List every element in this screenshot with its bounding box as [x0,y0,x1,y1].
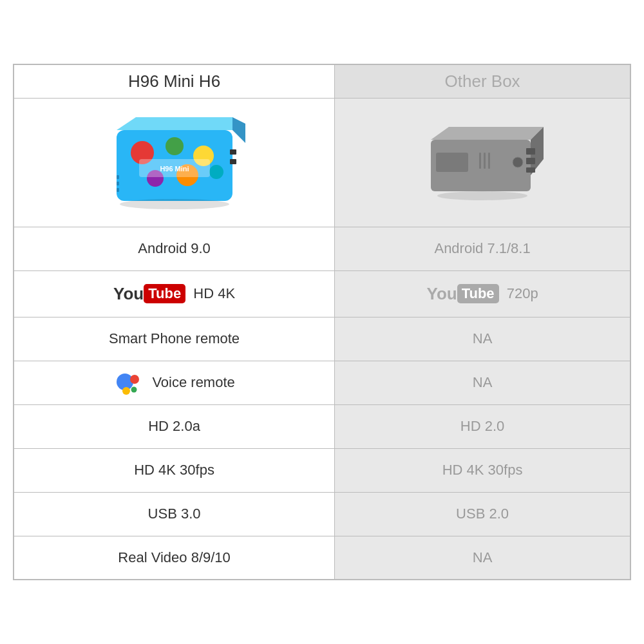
row-left-7: USB 3.0 [14,492,335,536]
svg-rect-26 [484,153,486,169]
svg-marker-2 [232,117,245,143]
row-right-5: HD 2.0 [335,404,630,448]
h96-image-cell: H96 Mini [14,98,335,227]
other-image-cell [335,98,630,227]
row-left-1: Android 9.0 [14,227,335,270]
row-left-3: Smart Phone remote [14,317,335,361]
yt-you-right: You [426,284,457,304]
youtube-badge-right: YouTube [426,284,498,304]
youtube-h96-cell: YouTube HD 4K [14,270,335,317]
yt-you-left: You [113,284,144,304]
svg-point-24 [513,157,523,167]
svg-rect-15 [230,159,236,164]
youtube-badge-left: YouTube [113,284,185,304]
yt-resolution-left: HD 4K [193,285,235,301]
row-left-8: Real Video 8/9/10 [14,536,335,580]
google-assistant-icon [113,370,147,395]
svg-point-32 [131,387,137,393]
voice-remote-other-cell: NA [335,361,630,404]
svg-rect-13 [117,188,119,192]
svg-rect-20 [526,148,535,155]
comparison-table: H96 Mini H6 Other Box H96 Mini [13,64,631,581]
svg-marker-1 [117,117,232,130]
row-right-8: NA [335,536,630,580]
h96-product-svg: H96 Mini [104,111,245,214]
svg-rect-22 [526,167,535,173]
svg-rect-14 [230,149,236,155]
svg-rect-23 [436,153,468,172]
voice-remote-cell: Voice remote [14,361,335,404]
svg-marker-18 [431,127,544,140]
row-right-3: NA [335,317,630,361]
yt-tube-right: Tube [457,284,499,303]
row-right-1: Android 7.1/8.1 [335,227,630,270]
svg-point-16 [120,199,229,209]
svg-point-31 [122,387,130,395]
svg-rect-11 [117,175,119,179]
row-right-6: HD 4K 30fps [335,448,630,492]
header-h96: H96 Mini H6 [14,64,335,99]
svg-point-30 [130,375,139,384]
yt-resolution-right: 720p [507,285,538,301]
voice-cell-content: Voice remote [24,370,324,395]
header-other: Other Box [335,64,630,99]
svg-rect-27 [488,153,490,169]
row-left-5: HD 2.0a [14,404,335,448]
voice-remote-other-value: NA [473,374,493,390]
svg-text:H96 Mini: H96 Mini [160,165,189,173]
svg-rect-21 [526,158,535,164]
svg-rect-25 [479,153,481,169]
svg-point-28 [437,191,527,200]
voice-remote-label: Voice remote [152,374,234,391]
row-left-6: HD 4K 30fps [14,448,335,492]
youtube-other-cell: YouTube 720p [335,270,630,317]
other-product-svg [418,117,547,207]
row-right-7: USB 2.0 [335,492,630,536]
svg-rect-12 [117,182,119,185]
yt-tube-left: Tube [144,284,185,303]
svg-point-4 [166,137,184,155]
svg-point-8 [209,165,223,179]
